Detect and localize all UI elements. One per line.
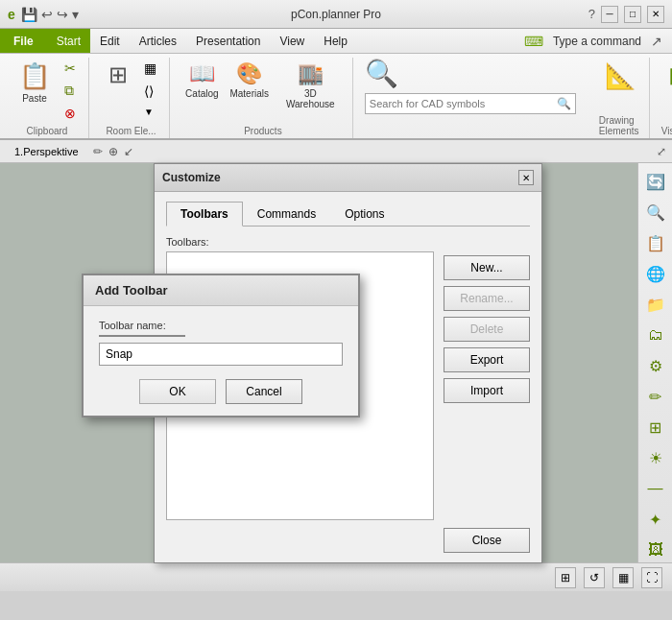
type-command-label[interactable]: Type a command (553, 35, 641, 48)
room-elem-button[interactable]: ⊞ (101, 58, 135, 92)
toolbars-list-label: Toolbars: (166, 236, 434, 248)
import-toolbar-btn[interactable]: Import (444, 378, 530, 403)
save-icon[interactable]: 💾 (21, 7, 37, 22)
search-submit-icon[interactable]: 🔍 (553, 97, 575, 110)
restore-btn[interactable]: □ (624, 6, 641, 23)
drawing-elements-items: 📐 (599, 58, 641, 113)
format-button[interactable]: ⊗ (60, 103, 81, 124)
drawing-elements-group: 📐 Drawing Elements (591, 58, 650, 138)
tab-commands[interactable]: Commands (243, 202, 330, 227)
toolbar-name-input[interactable] (99, 343, 343, 366)
cad-search-input[interactable] (366, 98, 553, 109)
add-toolbar-dialog: Add Toolbar Toolbar name: OK Cancel (82, 274, 360, 417)
bottom-table-btn[interactable]: ▦ (612, 567, 634, 588)
down-arrow-btn[interactable]: ▼ (139, 104, 161, 120)
minimize-btn[interactable]: ─ (601, 6, 618, 23)
add-toolbar-body: Toolbar name: OK Cancel (84, 306, 358, 416)
format-icon: ⊗ (64, 106, 76, 121)
title-bar: e 💾 ↩ ↪ ▾ pCon.planner Pro ? ─ □ ✕ (0, 0, 672, 29)
menu-bar: File Start Edit Articles Presentation Vi… (0, 29, 672, 54)
catalog-label: Catalog (185, 88, 218, 99)
search-items: 🔍 🔍 (365, 58, 576, 138)
rt-rotate-btn[interactable]: 🔄 (641, 167, 670, 196)
bottom-table-icon: ▦ (618, 571, 629, 584)
door-button[interactable]: ⟨⟩ (139, 81, 161, 102)
rt-grid-btn[interactable]: ⊞ (641, 413, 670, 441)
rt-image-btn[interactable]: 🖼 (641, 536, 670, 564)
customize-close-x[interactable]: ✕ (518, 170, 534, 185)
catalog-button[interactable]: 📖 Catalog (181, 58, 223, 103)
rt-gear-btn[interactable]: ⚙ (641, 351, 670, 380)
toolbar-row: 1.Perspektive ✏ ⊕ ↙ ⤢ (0, 140, 672, 163)
toolbar-corner-icon[interactable]: ⤢ (657, 145, 666, 158)
toolbar-arrow-icon[interactable]: ↙ (124, 145, 133, 158)
export-toolbar-btn[interactable]: Export (444, 347, 530, 372)
warehouse-label: 3D Warehouse (282, 88, 339, 109)
bottom-rotate-btn[interactable]: ↺ (584, 567, 605, 588)
rt-list-btn[interactable]: 📋 (641, 228, 670, 257)
paste-button[interactable]: 📋 Paste (13, 58, 56, 107)
undo-icon[interactable]: ↩ (41, 7, 53, 22)
add-toolbar-ok-btn[interactable]: OK (139, 379, 216, 404)
menu-start[interactable]: Start (47, 29, 90, 53)
close-customize-btn[interactable]: Close (444, 528, 530, 553)
list-icon: 📋 (646, 234, 665, 252)
help-btn[interactable]: ? (588, 7, 595, 21)
add-toolbar-cancel-btn[interactable]: Cancel (226, 379, 302, 404)
cut-icon: ✂ (64, 60, 76, 76)
materials-label: Materials (229, 88, 269, 99)
rt-star-btn[interactable]: ✦ (641, 505, 670, 534)
warehouse-button[interactable]: 🏬 3D Warehouse (276, 58, 345, 113)
image-icon: 🖼 (648, 541, 663, 559)
rt-edit-btn[interactable]: ✏ (641, 382, 670, 411)
warehouse-icon: 🏬 (298, 61, 324, 86)
gear-icon: ⚙ (649, 357, 662, 375)
delete-toolbar-btn[interactable]: Delete (444, 317, 530, 342)
main-area: 🔄 🔍 📋 🌐 📁 🗂 ⚙ ✏ ⊞ ☀ — ✦ 🖼 ⊞ ↺ ▦ ⛶ Custom… (0, 163, 672, 591)
menu-articles[interactable]: Articles (130, 29, 186, 53)
toolbar-pencil-icon[interactable]: ✏ (93, 145, 103, 158)
dropdown-icon[interactable]: ▾ (72, 7, 79, 22)
tab-options[interactable]: Options (330, 202, 398, 227)
redo-icon[interactable]: ↪ (57, 7, 68, 22)
room-elem-icon: ⊞ (108, 61, 128, 88)
bottom-expand-btn[interactable]: ⛶ (641, 567, 662, 588)
room-elements-items: ⊞ ▦ ⟨⟩ ▼ (101, 58, 161, 124)
rt-search-btn[interactable]: 🔍 (641, 198, 670, 227)
magnify-icon: 🔍 (646, 203, 665, 222)
rt-globe-btn[interactable]: 🌐 (641, 259, 670, 288)
customize-title-bar[interactable]: Customize ✕ (155, 164, 541, 192)
bottom-grid-btn[interactable]: ⊞ (555, 567, 576, 588)
cad-search-bar[interactable]: 🔍 (365, 93, 576, 114)
visibility-button[interactable]: ⊞ (661, 58, 672, 95)
menu-edit[interactable]: Edit (90, 29, 130, 53)
cut-button[interactable]: ✂ (60, 58, 81, 79)
menu-view[interactable]: View (270, 29, 314, 53)
bottom-rotate-icon: ↺ (589, 571, 599, 584)
bottom-bar: ⊞ ↺ ▦ ⛶ (0, 562, 672, 591)
share-icon[interactable]: ↗ (651, 34, 662, 49)
menu-help[interactable]: Help (314, 29, 357, 53)
rt-sun-btn[interactable]: ☀ (641, 443, 670, 472)
clipboard-small-icons: ✂ ⧉ ⊗ (60, 58, 81, 124)
rt-folder-btn[interactable]: 📁 (641, 290, 670, 319)
close-btn[interactable]: ✕ (647, 6, 664, 23)
customize-title: Customize (162, 171, 221, 184)
room-elements-label: Room Ele... (106, 126, 156, 136)
new-toolbar-btn[interactable]: New... (444, 255, 530, 280)
drawing-elem-button[interactable]: 📐 (599, 58, 641, 95)
toolbar-target-icon[interactable]: ⊕ (108, 145, 118, 158)
menu-file[interactable]: File (0, 29, 47, 53)
materials-button[interactable]: 🎨 Materials (227, 58, 273, 103)
menu-presentation[interactable]: Presentation (186, 29, 270, 53)
wall-button[interactable]: ▦ (139, 58, 161, 79)
perspective-tab[interactable]: 1.Perspektive (6, 143, 87, 160)
tab-toolbars[interactable]: Toolbars (166, 202, 243, 227)
copy-button[interactable]: ⧉ (60, 80, 81, 102)
customize-side-buttons: New... Rename... Delete Export Import (444, 236, 530, 520)
products-group: 📖 Catalog 🎨 Materials 🏬 3D Warehouse Pro… (174, 58, 353, 138)
rename-toolbar-btn[interactable]: Rename... (444, 286, 530, 311)
rt-layers-btn[interactable]: 🗂 (641, 321, 670, 349)
title-bar-icons: 💾 ↩ ↪ ▾ (21, 7, 79, 22)
rt-dash-btn[interactable]: — (641, 474, 670, 503)
